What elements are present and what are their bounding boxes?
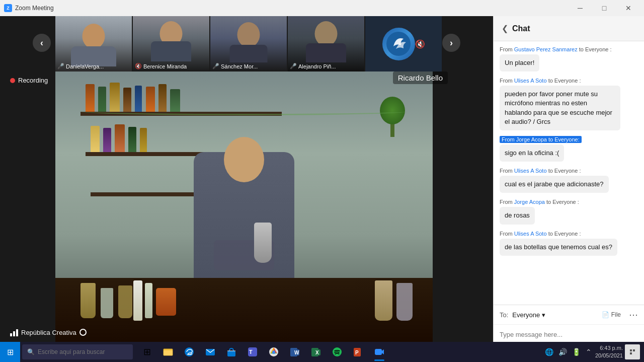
- svg-text:X: X: [315, 350, 319, 355]
- message-bubble-3: sigo en la oficina :(: [500, 144, 564, 162]
- recording-dot: [10, 78, 15, 83]
- left-nav-area: [0, 16, 55, 344]
- main-content: ‹ › 🎤 DanielaVerga...: [0, 16, 644, 344]
- recording-indicator: Recording: [10, 77, 48, 84]
- taskbar-search-input[interactable]: [38, 348, 128, 355]
- more-options-button[interactable]: ⋯: [629, 309, 638, 320]
- teams-button[interactable]: T: [243, 342, 263, 362]
- chat-header: ❮ Chat: [494, 16, 644, 41]
- sender-name-1: Gustavo Perez Sanmarez: [514, 46, 578, 52]
- start-button[interactable]: ⊞: [0, 342, 20, 362]
- chat-messages[interactable]: From Gustavo Perez Sanmarez to Everyone …: [494, 41, 644, 305]
- sender-name-5: Jorge Acopa: [514, 199, 545, 205]
- signal-icon: [10, 328, 18, 336]
- message-from-1: From Gustavo Perez Sanmarez to Everyone …: [500, 46, 638, 52]
- notification-button[interactable]: [625, 344, 640, 359]
- svg-rect-9: [227, 351, 235, 356]
- maximize-button[interactable]: □: [593, 0, 616, 16]
- chat-footer: To: Everyone ▾ 📄 File ⋯: [494, 305, 644, 344]
- svg-rect-28: [630, 352, 632, 354]
- explorer-button[interactable]: [158, 342, 178, 362]
- to-value: Everyone: [512, 311, 540, 319]
- outlook-button[interactable]: [200, 342, 220, 362]
- participant-thumb-1[interactable]: 🎤 DanielaVerga...: [55, 16, 132, 71]
- participant-thumb-5[interactable]: 🔇: [365, 16, 442, 71]
- network-tray-icon[interactable]: 🌐: [543, 348, 555, 356]
- word-button[interactable]: W: [285, 342, 305, 362]
- message-1: From Gustavo Perez Sanmarez to Everyone …: [500, 46, 638, 71]
- main-video[interactable]: [55, 71, 433, 343]
- svg-rect-26: [630, 349, 632, 351]
- mic-icon-5: 🔇: [415, 40, 425, 48]
- svg-text:W: W: [294, 350, 299, 355]
- message-2: From Ulises A Soto to Everyone : pueden …: [500, 78, 638, 130]
- svg-text:P: P: [355, 350, 359, 355]
- message-input[interactable]: [500, 331, 638, 338]
- message-5: From Jorge Acopa to Everyone : de rosas: [500, 199, 638, 224]
- svg-rect-6: [164, 350, 173, 355]
- participant-thumb-4[interactable]: 🎤 Alejandro Piñ...: [288, 16, 364, 71]
- excel-button[interactable]: X: [306, 342, 326, 362]
- participant-name-1: 🎤 DanielaVerga...: [57, 63, 104, 69]
- participant-name-2: 🔇 Berenice Miranda: [135, 63, 187, 69]
- participant-thumb-2[interactable]: 🔇 Berenice Miranda: [133, 16, 209, 71]
- video-area: ‹ › 🎤 DanielaVerga...: [0, 16, 493, 344]
- participant-thumb-3[interactable]: 🎤 Sánchez Mor...: [210, 16, 287, 71]
- message-from-5: From Jorge Acopa to Everyone :: [500, 199, 638, 205]
- titlebar: Z Zoom Meeting ─ □ ✕: [0, 0, 644, 16]
- chat-panel: ❮ Chat From Gustavo Perez Sanmarez to Ev…: [493, 16, 644, 344]
- participant-name-4: 🎤 Alejandro Piñ...: [290, 63, 336, 69]
- message-bubble-6: de las botellas que tenemos cual es?: [500, 239, 617, 256]
- info-icon[interactable]: [79, 329, 87, 336]
- message-4: From Ulises A Soto to Everyone : cual es…: [500, 168, 638, 193]
- svg-rect-24: [375, 349, 382, 355]
- participants-thumbnails: 🎤 DanielaVerga... 🔇 Berenice Miranda: [55, 16, 442, 71]
- nav-next-button[interactable]: ›: [442, 34, 460, 52]
- svg-rect-2: [13, 331, 15, 336]
- company-logo: [382, 28, 415, 60]
- message-from-2: From Ulises A Soto to Everyone :: [500, 78, 638, 84]
- system-tray: 🌐 🔊 🔋 ⌃ 6:43 p.m. 20/05/2021: [543, 344, 644, 360]
- file-button[interactable]: 📄 File: [602, 311, 621, 318]
- minimize-button[interactable]: ─: [569, 0, 592, 16]
- svg-text:T: T: [249, 349, 253, 355]
- zoom-button[interactable]: [369, 342, 389, 362]
- message-input-row: [494, 325, 644, 344]
- chrome-button[interactable]: [264, 342, 284, 362]
- powerpoint-button[interactable]: P: [348, 342, 368, 362]
- edge-button[interactable]: [179, 342, 199, 362]
- mic-icon-1: 🎤: [57, 63, 64, 69]
- window-controls: ─ □ ✕: [569, 0, 640, 16]
- chat-title: Chat: [512, 24, 530, 33]
- message-bubble-4: cual es el jarabe que adicionaste?: [500, 176, 609, 193]
- mic-icon-3: 🎤: [212, 63, 219, 69]
- svg-rect-3: [16, 329, 18, 336]
- store-button[interactable]: [221, 342, 242, 362]
- participant-name-3: 🎤 Sánchez Mor...: [212, 63, 258, 69]
- search-box[interactable]: 🔍: [22, 344, 133, 359]
- close-button[interactable]: ✕: [617, 0, 640, 16]
- volume-tray-icon[interactable]: 🔊: [557, 348, 569, 356]
- taskbar: ⊞ 🔍 ⊞: [0, 342, 644, 362]
- nav-prev-button[interactable]: ‹: [33, 34, 51, 52]
- message-from-3: From Jorge Acopa to Everyone:: [500, 136, 638, 142]
- battery-tray-icon[interactable]: 🔋: [571, 348, 582, 356]
- spotify-button[interactable]: [327, 342, 347, 362]
- message-bubble-2: pueden por favor poner mute su micrófono…: [500, 86, 620, 130]
- svg-point-14: [272, 350, 275, 353]
- svg-rect-1: [10, 333, 12, 336]
- mic-icon-4: 🎤: [290, 63, 297, 69]
- sender-name-6: Ulises A Soto: [514, 231, 547, 237]
- chat-back-button[interactable]: ❮: [502, 24, 508, 33]
- message-from-4: From Ulises A Soto to Everyone :: [500, 168, 638, 174]
- to-dropdown[interactable]: Everyone ▾: [512, 311, 545, 319]
- search-icon: 🔍: [27, 348, 35, 355]
- chat-to-row: To: Everyone ▾ 📄 File ⋯: [494, 305, 644, 325]
- file-icon: 📄: [602, 311, 609, 318]
- message-bubble-1: Un placer!: [500, 54, 539, 71]
- chevron-tray-icon[interactable]: ⌃: [584, 348, 593, 356]
- taskbar-apps: ⊞: [137, 342, 389, 362]
- title-text: Zoom Meeting: [15, 5, 54, 12]
- zoom-icon: Z: [4, 4, 12, 12]
- taskview-button[interactable]: ⊞: [137, 342, 157, 362]
